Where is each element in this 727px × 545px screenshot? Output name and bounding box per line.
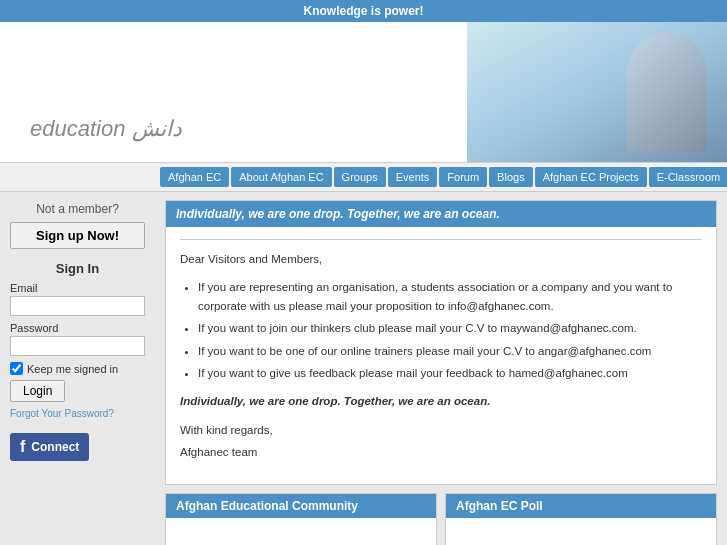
sidebar: Not a member? Sign up Now! Sign In Email… bbox=[0, 192, 155, 545]
nav-item-afghan-ec-projects[interactable]: Afghan EC Projects bbox=[535, 167, 647, 187]
password-field[interactable] bbox=[10, 336, 145, 356]
list-item: If you are representing an organisation,… bbox=[198, 278, 702, 315]
facebook-connect-button[interactable]: f Connect bbox=[10, 433, 89, 461]
content-body: Dear Visitors and Members, If you are re… bbox=[166, 227, 716, 484]
signin-heading: Sign In bbox=[10, 261, 145, 276]
remember-row: Keep me signed in bbox=[10, 362, 145, 375]
kind-regards: With kind regards, bbox=[180, 421, 702, 439]
nav-item-forum[interactable]: Forum bbox=[439, 167, 487, 187]
nav-item-e-classroom[interactable]: E-Classroom bbox=[649, 167, 727, 187]
list-item: If you want to give us feedback please m… bbox=[198, 364, 702, 382]
divider bbox=[180, 239, 702, 240]
content-tagline-header: Individually, we are one drop. Together,… bbox=[166, 201, 716, 227]
nav-item-about-afghan-ec[interactable]: About Afghan EC bbox=[231, 167, 331, 187]
list-item: If you want to be one of our online trai… bbox=[198, 342, 702, 360]
bullet-list: If you are representing an organisation,… bbox=[198, 278, 702, 382]
header-image bbox=[467, 22, 727, 162]
content-area: Individually, we are one drop. Together,… bbox=[155, 192, 727, 545]
bottom-card-right: Afghan EC Poll bbox=[445, 493, 717, 545]
facebook-connect-label: Connect bbox=[31, 440, 79, 454]
remember-checkbox[interactable] bbox=[10, 362, 23, 375]
bottom-card-left-title: Afghan Educational Community bbox=[166, 494, 436, 518]
signup-button[interactable]: Sign up Now! bbox=[10, 222, 145, 249]
bottom-card-right-body bbox=[446, 518, 716, 545]
email-label: Email bbox=[10, 282, 145, 294]
site-logo: education دانش bbox=[30, 116, 182, 142]
login-button[interactable]: Login bbox=[10, 380, 65, 402]
bottom-card-left-body bbox=[166, 518, 436, 545]
team-name: Afghanec team bbox=[180, 443, 702, 461]
bottom-card-left: Afghan Educational Community bbox=[165, 493, 437, 545]
italic-tagline: Individually, we are one drop. Together,… bbox=[180, 392, 702, 410]
password-label: Password bbox=[10, 322, 145, 334]
remember-label: Keep me signed in bbox=[27, 363, 118, 375]
not-member-label: Not a member? bbox=[10, 202, 145, 216]
nav-item-events[interactable]: Events bbox=[388, 167, 438, 187]
main-layout: Not a member? Sign up Now! Sign In Email… bbox=[0, 192, 727, 545]
top-banner: Knowledge is power! bbox=[0, 0, 727, 22]
nav-item-blogs[interactable]: Blogs bbox=[489, 167, 533, 187]
forgot-password-link[interactable]: Forgot Your Password? bbox=[10, 408, 145, 419]
header-figure bbox=[627, 32, 707, 152]
navbar: Afghan ECAbout Afghan ECGroupsEventsForu… bbox=[0, 162, 727, 192]
list-item: If you want to join our thinkers club pl… bbox=[198, 319, 702, 337]
nav-item-afghan-ec[interactable]: Afghan EC bbox=[160, 167, 229, 187]
bottom-card-right-title: Afghan EC Poll bbox=[446, 494, 716, 518]
content-box: Individually, we are one drop. Together,… bbox=[165, 200, 717, 485]
banner-text: Knowledge is power! bbox=[303, 4, 423, 18]
bottom-row: Afghan Educational Community Afghan EC P… bbox=[165, 493, 717, 545]
greeting-text: Dear Visitors and Members, bbox=[180, 250, 702, 268]
email-field[interactable] bbox=[10, 296, 145, 316]
facebook-icon: f bbox=[20, 438, 25, 456]
nav-item-groups[interactable]: Groups bbox=[334, 167, 386, 187]
header: education دانش bbox=[0, 22, 727, 162]
